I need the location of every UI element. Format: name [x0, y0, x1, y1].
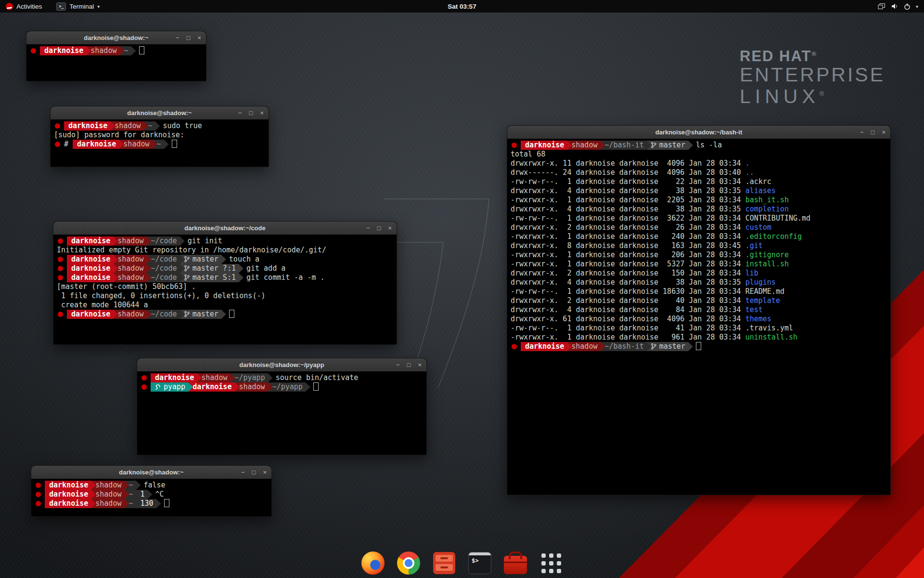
- window-titlebar[interactable]: darknoise@shadow:~/bash-it − □ ×: [507, 126, 890, 139]
- terminal-line: drwx------. 24 darknoise darknoise 4096 …: [511, 168, 887, 177]
- close-button[interactable]: ×: [263, 469, 267, 475]
- window-titlebar[interactable]: darknoise@shadow:~ − □ ×: [31, 466, 271, 479]
- terminal-icon-art: $>: [468, 552, 491, 574]
- toolbox-icon[interactable]: [502, 550, 528, 576]
- window-titlebar[interactable]: darknoise@shadow:~/code − □ ×: [53, 222, 397, 235]
- command-text: git add a: [239, 264, 285, 273]
- terminal-line: drwxrwxr-x. 8 darknoise darknoise 163 Ja…: [511, 241, 887, 250]
- minimize-button[interactable]: −: [396, 362, 400, 368]
- close-button[interactable]: ×: [388, 225, 392, 231]
- prompt-segment-host: shadow: [119, 140, 157, 149]
- clock[interactable]: Sat 03:57: [448, 3, 476, 10]
- brand-enterprise: ENTERPRISE: [740, 64, 885, 85]
- top-bar: Activities >_ Terminal ▾ Sat 03:57 ▾: [0, 0, 924, 13]
- terminal-line: darknoiseshadow~sudo true: [54, 121, 265, 131]
- redhat-prompt-icon: [58, 275, 63, 280]
- prompt-segment-user: darknoise: [45, 481, 96, 490]
- prompt-segment-host: shadow: [113, 273, 151, 282]
- prompt-segment-host: shadow: [197, 373, 235, 382]
- prompt-segment-user: darknoise: [521, 141, 572, 150]
- firefox-icon[interactable]: [360, 550, 386, 576]
- app-menu-terminal[interactable]: >_ Terminal ▾: [54, 0, 102, 13]
- redhat-prompt-icon: [141, 384, 147, 390]
- redhat-logo-icon: [6, 3, 13, 10]
- minimize-button[interactable]: −: [238, 110, 242, 116]
- file-name: plugins: [745, 278, 776, 287]
- prompt-segment-host: shadow: [567, 141, 605, 150]
- minimize-button[interactable]: −: [176, 35, 180, 41]
- terminal-window[interactable]: darknoise@shadow:~ − □ × darknoiseshadow…: [50, 106, 269, 167]
- maximize-button[interactable]: □: [187, 35, 191, 41]
- terminal-cursor: [696, 342, 701, 350]
- branch-icon: [184, 310, 190, 318]
- window-titlebar[interactable]: darknoise@shadow:~ − □ ×: [51, 106, 269, 120]
- prompt-segment-path: ~/code: [146, 264, 184, 273]
- prompt-segment-host: shadow: [234, 382, 272, 392]
- app-menu-label: Terminal: [69, 3, 94, 10]
- file-meta: drwxrwxr-x. 2 darknoise darknoise 40 Jan…: [511, 296, 745, 305]
- toolbox-icon-art: [504, 556, 527, 574]
- terminal-line: -rwxrwxr-x. 1 darknoise darknoise 961 Ja…: [511, 333, 887, 342]
- system-status-area[interactable]: ▾: [878, 0, 918, 13]
- file-name: custom: [745, 223, 771, 232]
- redhat-prompt-icon: [512, 143, 517, 148]
- redhat-prompt-icon: [36, 501, 41, 506]
- terminal-window[interactable]: darknoise@shadow:~ − □ × darknoiseshadow…: [31, 465, 272, 517]
- terminal-window[interactable]: darknoise@shadow:~/bash-it − □ × darknoi…: [507, 125, 891, 495]
- file-meta: drwxrwxr-x. 2 darknoise darknoise 26 Jan…: [511, 223, 745, 232]
- window-titlebar[interactable]: darknoise@shadow:~/pyapp − □ ×: [137, 358, 426, 372]
- window-titlebar[interactable]: darknoise@shadow:~ − □ ×: [26, 31, 206, 45]
- maximize-button[interactable]: □: [377, 225, 381, 231]
- maximize-button[interactable]: □: [407, 362, 411, 368]
- prompt-segment-user: darknoise: [151, 373, 202, 382]
- terminal-icon[interactable]: $>: [467, 550, 493, 576]
- terminal-screen[interactable]: darknoiseshadow~sudo true[sudo] password…: [51, 119, 269, 167]
- window-title: darknoise@shadow:~: [84, 34, 148, 41]
- branch-icon: [184, 264, 190, 273]
- terminal-window[interactable]: darknoise@shadow:~/code − □ × darknoises…: [53, 221, 397, 345]
- maximize-button[interactable]: □: [252, 469, 256, 475]
- file-name: .: [745, 159, 750, 168]
- minimize-button[interactable]: −: [366, 225, 370, 231]
- prompt-segment-host: shadow: [113, 264, 151, 273]
- files-icon[interactable]: [431, 550, 457, 576]
- close-button[interactable]: ×: [260, 110, 264, 116]
- minimize-button[interactable]: −: [241, 469, 245, 475]
- window-title: darknoise@shadow:~: [127, 109, 192, 117]
- maximize-button[interactable]: □: [871, 129, 875, 135]
- terminal-window[interactable]: darknoise@shadow:~ − □ × darknoiseshadow…: [26, 31, 206, 81]
- terminal-cursor: [139, 46, 144, 54]
- terminal-window[interactable]: darknoise@shadow:~/pyapp − □ × darknoise…: [137, 358, 427, 455]
- terminal-screen[interactable]: darknoiseshadow~/pyappsource bin/activat…: [137, 371, 426, 455]
- terminal-cursor: [229, 310, 234, 318]
- prompt-segment-host: shadow: [110, 121, 148, 131]
- chrome-icon[interactable]: [396, 550, 422, 576]
- minimize-button[interactable]: −: [860, 129, 864, 135]
- terminal-line: drwxrwxr-x. 2 darknoise darknoise 40 Jan…: [511, 296, 887, 305]
- close-button[interactable]: ×: [882, 129, 886, 135]
- file-name: uninstall.sh: [745, 333, 797, 342]
- terminal-line: drwxrwxr-x. 11 darknoise darknoise 4096 …: [511, 159, 887, 168]
- power-icon: [904, 3, 911, 10]
- prompt-segment-git: master: [647, 141, 693, 150]
- redhat-prompt-icon: [58, 238, 63, 244]
- branch-icon: [651, 141, 656, 149]
- close-button[interactable]: ×: [418, 362, 422, 368]
- terminal-screen[interactable]: darknoiseshadow~/codegit initInitialized…: [53, 235, 397, 344]
- prompt-segment-git: master: [180, 310, 226, 319]
- prompt-segment-user: darknoise: [67, 255, 118, 264]
- activities-button[interactable]: Activities: [4, 0, 44, 13]
- file-name: .travis.yml: [745, 324, 793, 332]
- rhel-wallpaper-wordmark: RED HAT® ENTERPRISE LINUX®: [740, 48, 885, 107]
- output-text: total 68: [511, 150, 545, 158]
- terminal-line: pyappdarknoiseshadow~/pyapp: [141, 382, 423, 392]
- maximize-button[interactable]: □: [249, 110, 253, 116]
- terminal-screen[interactable]: darknoiseshadow~/bash-itmasterls -latota…: [507, 139, 890, 495]
- terminal-screen[interactable]: darknoiseshadow~: [26, 44, 206, 81]
- terminal-screen[interactable]: darknoiseshadow~falsedarknoiseshadow~1^C…: [31, 479, 271, 516]
- prompt-segment-user: darknoise: [67, 264, 118, 273]
- close-button[interactable]: ×: [197, 35, 201, 41]
- app-grid-icon[interactable]: [538, 550, 564, 576]
- command-text: git init: [180, 236, 222, 245]
- prompt-segment-git: master ?:1: [180, 264, 244, 273]
